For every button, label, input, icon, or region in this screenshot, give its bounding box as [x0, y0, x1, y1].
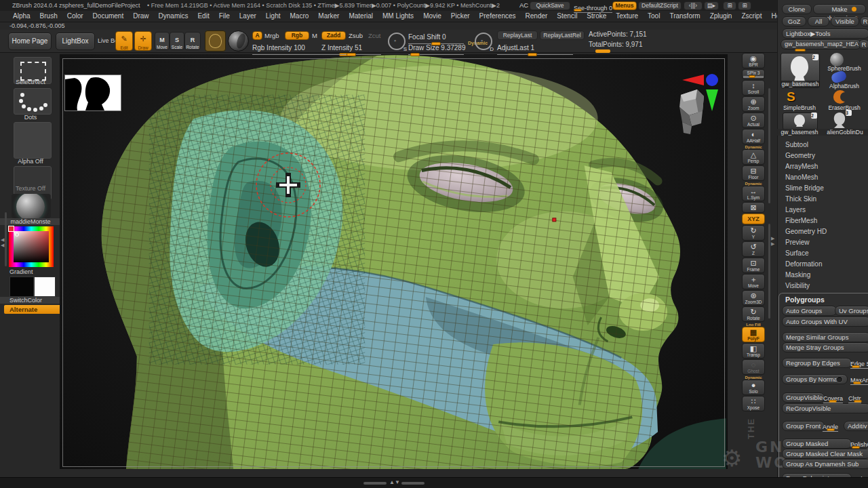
palette-section-layers[interactable]: Layers: [777, 205, 868, 216]
draw-size-handle[interactable]: [410, 53, 420, 56]
merge-stray-groups-button[interactable]: Merge Stray Groups: [782, 342, 868, 352]
menu-preferences[interactable]: Preferences: [475, 11, 521, 22]
group-masked-button[interactable]: Group Masked: [782, 439, 852, 449]
shelf-slider-handle[interactable]: [595, 49, 610, 53]
regroupvisible-button[interactable]: ReGroupVisible: [782, 403, 868, 413]
simplebrush-s-icon[interactable]: S: [787, 89, 803, 104]
shelf-move-button[interactable]: ＋Move: [742, 274, 765, 289]
shelf-xpose-button[interactable]: ∷Xpose: [742, 396, 765, 411]
menu-movie[interactable]: Movie: [418, 11, 446, 22]
menu-brush[interactable]: Brush: [35, 11, 62, 22]
silhouette-preview[interactable]: [64, 75, 121, 111]
uv-groups-button[interactable]: Uv Groups: [835, 306, 868, 316]
stroke-dots-thumbnail[interactable]: [14, 88, 52, 115]
edge-s-slider[interactable]: Edge S: [850, 357, 868, 369]
menu-transform[interactable]: Transform: [665, 11, 705, 22]
polishc-slider[interactable]: PolishC: [850, 437, 868, 449]
scale-button[interactable]: S Scale: [170, 32, 184, 50]
right-shelf-scrollbar[interactable]: [768, 88, 770, 203]
menu-layer[interactable]: Layer: [235, 11, 261, 22]
palette-section-deformation[interactable]: Deformation: [777, 259, 868, 270]
zcut-button[interactable]: Zcut: [368, 32, 380, 39]
left-tray-handle[interactable]: ◀◀: [1, 237, 4, 248]
clone-button[interactable]: Clone: [782, 4, 812, 14]
tool-thumb-aliengoblin[interactable]: 3: [826, 111, 853, 129]
replay-last-rel-button[interactable]: ReplayLastRel: [540, 30, 585, 40]
group-masked-clear-mask-button[interactable]: Group Masked Clear Mask: [782, 449, 868, 459]
shelf-zoom3d-button[interactable]: ⊛Zoom3D: [742, 290, 765, 306]
menu-light[interactable]: Light: [261, 11, 285, 22]
material-slot-thumbnail[interactable]: [12, 194, 51, 218]
covera-slider[interactable]: Covera: [823, 391, 845, 403]
shelf-lock-camera-button[interactable]: ⊠: [742, 202, 765, 213]
palette-section-arraymesh[interactable]: ArrayMesh: [777, 161, 868, 172]
menu-edit[interactable]: Edit: [193, 11, 214, 22]
draw-size-dial-icon[interactable]: S ◦: [388, 33, 406, 50]
goz-visible-button[interactable]: Visible: [831, 16, 859, 26]
menu-draw[interactable]: Draw: [128, 11, 153, 22]
zsub-button[interactable]: Zsub: [349, 32, 363, 39]
shelf-frame-button[interactable]: ⊡Frame: [742, 258, 765, 273]
goz-r-button[interactable]: R: [860, 16, 868, 26]
right-tray-handle[interactable]: ▶▶: [771, 236, 774, 247]
make-polymesh3d-button[interactable]: Make PolyMesh3D: [813, 4, 866, 14]
main-color-swatch[interactable]: [9, 277, 34, 297]
shelf-xyz-button[interactable]: XYZ: [742, 214, 765, 224]
palette-section-geometry[interactable]: Geometry: [777, 150, 868, 161]
menu-zscript[interactable]: Zscript: [736, 11, 766, 22]
color-a-button[interactable]: A: [252, 31, 262, 40]
palette-section-visibility[interactable]: Visibility: [777, 281, 868, 291]
menu-marker[interactable]: Marker: [313, 11, 344, 22]
menu-texture[interactable]: Texture: [611, 11, 643, 22]
see-through-handle[interactable]: [574, 9, 582, 12]
secondary-color-swatch[interactable]: [34, 277, 56, 297]
group-as-dynamesh-sub-button[interactable]: Group As Dynamesh Sub: [782, 459, 868, 469]
shelf-bpr-button[interactable]: ◉BPR: [742, 53, 765, 68]
shelf-aahalf-button[interactable]: ◐AAHalf: [742, 129, 765, 144]
active-tool-button[interactable]: gw_basemesh_map2_HEAD_: [781, 39, 861, 49]
angle-slider[interactable]: Angle: [823, 420, 842, 432]
adjust-last-slider[interactable]: AdjustLast 1: [497, 41, 573, 55]
bottom-tray-bar-right[interactable]: [401, 482, 425, 485]
default-zscript-button[interactable]: DefaultZScript: [638, 1, 682, 10]
active-tool-r-button[interactable]: R: [859, 39, 868, 49]
document-canvas[interactable]: [60, 54, 728, 469]
merge-similar-groups-button[interactable]: Merge Similar Groups: [782, 332, 868, 342]
additive-button[interactable]: Additiv: [844, 421, 868, 431]
replay-last-button[interactable]: ReplayLast: [497, 30, 538, 40]
layer-bar-icon[interactable]: ▤▸: [704, 1, 719, 10]
menu-mm-lights[interactable]: MM Lights: [378, 11, 418, 22]
bottom-tray-bar-left[interactable]: [363, 482, 387, 485]
draw-size-slider[interactable]: Draw Size 9.37289: [408, 41, 464, 55]
group-front-button[interactable]: Group Front: [782, 421, 825, 431]
palette-section-fibermesh[interactable]: FiberMesh: [777, 216, 868, 226]
palette-section-nanomesh[interactable]: NanoMesh: [777, 172, 868, 183]
groups-by-normals-dot[interactable]: [836, 376, 843, 383]
cube-stack-icon-1[interactable]: ⊞: [723, 1, 736, 10]
menu-tool[interactable]: Tool: [643, 11, 665, 22]
palette-section-subtool[interactable]: Subtool: [777, 140, 868, 150]
cube-stack-icon-2[interactable]: ⊞: [738, 1, 751, 10]
clstr-slider[interactable]: Clstr: [848, 391, 867, 403]
palette-section-preview[interactable]: Preview: [777, 237, 868, 248]
shelf-y-button[interactable]: ↻Y: [742, 225, 765, 241]
right-shelf-scrollbar-2[interactable]: [768, 224, 770, 319]
shelf-ghost-button[interactable]: ◌Ghost: [742, 359, 765, 375]
rgb-button[interactable]: Rgb: [285, 31, 309, 40]
menu-dynamics[interactable]: Dynamics: [154, 11, 193, 22]
ac-label[interactable]: AC: [519, 1, 528, 9]
shelf-floor-button[interactable]: ⊟Floor: [742, 165, 765, 181]
menu-document[interactable]: Document: [88, 11, 129, 22]
tool-thumb-spherebrush[interactable]: [830, 53, 846, 66]
menu-render[interactable]: Render: [521, 11, 553, 22]
adjust-last-handle[interactable]: [528, 53, 537, 56]
quicksave-button[interactable]: QuickSave: [530, 1, 570, 10]
menu-material[interactable]: Material: [344, 11, 378, 22]
shelf-local-symmetry-button[interactable]: ↔L.Sym: [742, 186, 765, 201]
menu-alpha[interactable]: Alpha: [8, 11, 35, 22]
goz-button[interactable]: GoZ: [782, 16, 806, 26]
tool-thumb-gw-basemesh-large[interactable]: 2 gw_basemesh: [781, 53, 820, 88]
tool-thumb-gw-basemesh-2[interactable]: 2: [783, 113, 818, 130]
shelf-rotate-button[interactable]: ↻Rotate: [742, 306, 765, 322]
home-page-button[interactable]: Home Page: [8, 33, 52, 50]
